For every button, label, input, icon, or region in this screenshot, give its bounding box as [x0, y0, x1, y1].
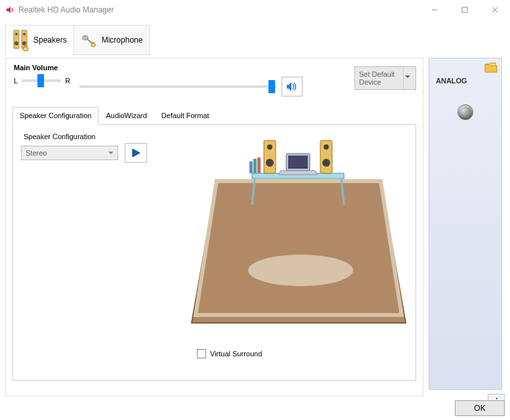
svg-point-5: [15, 33, 18, 35]
svg-point-8: [23, 33, 26, 35]
sub-tabs: Speaker Configuration AudioWizard Defaul…: [12, 107, 416, 125]
svg-rect-1: [462, 7, 467, 12]
volume-icon: [286, 81, 299, 93]
speaker-configuration-panel: Speaker Configuration Stereo: [12, 125, 416, 381]
analog-side-panel: ANALOG: [429, 58, 502, 390]
mute-button[interactable]: [282, 77, 303, 96]
close-button[interactable]: [480, 0, 510, 20]
minimize-button[interactable]: [419, 0, 450, 20]
room-illustration: [189, 133, 408, 343]
app-speaker-icon: [5, 5, 14, 14]
svg-point-9: [22, 41, 26, 45]
main-volume-label: Main Volume: [14, 64, 58, 72]
test-play-button[interactable]: [125, 143, 147, 163]
virtual-surround-label: Virtual Surround: [210, 350, 262, 358]
chevron-down-icon: [403, 67, 412, 89]
svg-marker-13: [192, 181, 406, 323]
svg-point-26: [324, 144, 329, 150]
play-icon: [131, 148, 141, 158]
balance-right-label: R: [65, 77, 70, 85]
svg-point-27: [322, 159, 330, 167]
maximize-button[interactable]: [450, 0, 480, 20]
svg-rect-28: [253, 159, 257, 173]
tab-speakers-label: Speakers: [33, 35, 67, 45]
svg-rect-29: [257, 158, 261, 173]
subtab-speaker-configuration[interactable]: Speaker Configuration: [12, 107, 98, 125]
svg-rect-30: [249, 161, 253, 173]
balance-slider[interactable]: L R: [14, 77, 70, 85]
speakers-icon: [12, 29, 30, 51]
svg-marker-21: [278, 171, 318, 175]
set-default-device-button[interactable]: Set Default Device: [354, 66, 416, 90]
speaker-configuration-value: Stereo: [26, 149, 47, 157]
svg-point-24: [266, 159, 274, 167]
svg-point-15: [248, 255, 353, 286]
svg-rect-20: [288, 156, 308, 169]
svg-point-23: [267, 144, 272, 150]
main-panel: Main Volume L R Set Default Device: [5, 58, 423, 396]
tab-speakers[interactable]: Speakers: [5, 25, 74, 55]
analog-jack-indicator[interactable]: [457, 104, 473, 120]
ok-button[interactable]: OK: [455, 400, 505, 416]
virtual-surround-checkbox[interactable]: [197, 349, 206, 358]
speaker-configuration-select[interactable]: Stereo: [21, 146, 118, 160]
folder-icon[interactable]: [484, 62, 498, 75]
tab-microphone-label: Microphone: [102, 35, 143, 45]
side-panel-title: ANALOG: [436, 77, 501, 85]
svg-point-6: [14, 41, 18, 45]
titlebar: Realtek HD Audio Manager: [0, 0, 510, 20]
set-default-device-label: Set Default Device: [359, 70, 403, 86]
device-tabs: Speakers Microphone: [5, 25, 423, 55]
master-volume-slider[interactable]: [79, 85, 276, 88]
subtab-audiowizard[interactable]: AudioWizard: [98, 107, 154, 124]
window-title: Realtek HD Audio Manager: [18, 5, 419, 14]
microphone-icon: [81, 29, 98, 51]
subtab-default-format[interactable]: Default Format: [154, 107, 217, 124]
balance-left-label: L: [14, 77, 18, 85]
window-controls: [419, 0, 510, 20]
tab-microphone[interactable]: Microphone: [74, 25, 150, 55]
